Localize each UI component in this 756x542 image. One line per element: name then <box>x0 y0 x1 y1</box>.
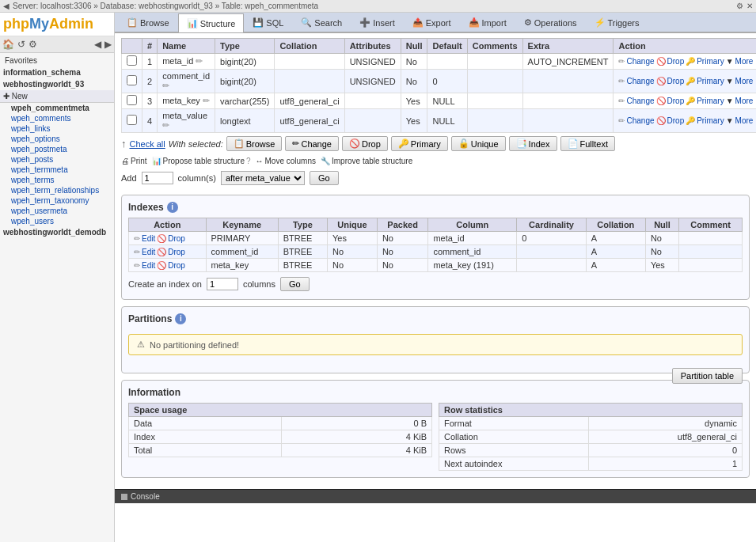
tab-browse[interactable]: 📋 Browse <box>118 13 178 32</box>
logo-admin: Admin <box>49 16 93 32</box>
row-primary-link[interactable]: Primary <box>697 116 724 125</box>
arrow-left-icon[interactable]: ◀ <box>94 39 101 50</box>
improve-structure-link[interactable]: 🔧 Improve table structure <box>321 157 412 165</box>
select-all-arrow[interactable]: ↑ <box>121 138 127 150</box>
print-link[interactable]: 🖨 Print <box>121 157 147 165</box>
sidebar-db-information-schema[interactable]: information_schema <box>0 66 114 78</box>
settings-icon[interactable]: ⚙ <box>736 2 743 10</box>
sidebar-table-wpeh-users[interactable]: wpeh_users <box>0 216 114 226</box>
sql-icon: 💾 <box>253 17 264 28</box>
sidebar-table-wpeh-termmeta[interactable]: wpeh_termmeta <box>0 165 114 175</box>
sidebar-db-webhostingworldt[interactable]: webhostingworldt_93 <box>0 78 114 90</box>
row-num: 2 <box>142 70 158 93</box>
home-icon[interactable]: 🏠 <box>2 39 14 50</box>
sidebar-table-wpeh-options[interactable]: wpeh_options <box>0 134 114 144</box>
bulk-fulltext-btn[interactable]: 📄 Fulltext <box>560 136 615 151</box>
sidebar-new-item[interactable]: ✚ New <box>0 90 114 103</box>
edit-col-icon[interactable]: ✏ <box>203 96 210 105</box>
row-primary-link[interactable]: Primary <box>697 77 724 85</box>
bulk-browse-btn[interactable]: 📋 Browse <box>226 136 283 151</box>
logo-my: My <box>29 16 49 32</box>
row-comments <box>467 93 522 109</box>
triggers-icon: ⚡ <box>595 17 606 28</box>
arrow-right-icon[interactable]: ▶ <box>104 39 112 50</box>
tab-triggers[interactable]: ⚡ Triggers <box>586 13 648 32</box>
row-checkbox[interactable] <box>122 93 142 109</box>
drop-index-link[interactable]: Drop <box>168 261 185 270</box>
row-checkbox[interactable] <box>122 109 142 133</box>
row-primary-link[interactable]: Primary <box>697 97 724 105</box>
sidebar-table-wpeh-term-taxonomy[interactable]: wpeh_term_taxonomy <box>0 195 114 206</box>
row-stats-table: Row statistics Format dynamic Collation <box>439 403 743 471</box>
tab-sql[interactable]: 💾 SQL <box>244 13 292 32</box>
sidebar-table-wpeh-comments[interactable]: wpeh_comments <box>0 113 114 123</box>
row-change-link[interactable]: Change <box>626 97 654 105</box>
bulk-index-btn[interactable]: 📑 Index <box>509 136 557 151</box>
row-more-link[interactable]: More <box>735 97 754 105</box>
sidebar-db-demodb[interactable]: webhostingworldt_demodb <box>0 226 114 238</box>
drop-bulk-icon: 🚫 <box>349 138 360 149</box>
row-change-link[interactable]: Change <box>626 77 654 85</box>
create-index-go-btn[interactable]: Go <box>280 277 310 291</box>
tab-export[interactable]: 📤 Export <box>404 13 460 32</box>
bulk-change-btn[interactable]: ✏ Change <box>285 136 339 151</box>
sidebar-item-favorites[interactable]: Favorites <box>0 55 114 66</box>
row-drop-link[interactable]: Drop <box>667 77 685 85</box>
row-more-link[interactable]: More <box>735 116 754 125</box>
with-selected-label: With selected: <box>169 139 223 149</box>
bulk-unique-btn[interactable]: 🔓 Unique <box>451 136 506 151</box>
bulk-drop-btn[interactable]: 🚫 Drop <box>342 136 388 151</box>
row-actions: ✏ Change 🚫 Drop 🔑 Primary ▼ More <box>614 70 756 93</box>
sidebar-table-wpeh-terms[interactable]: wpeh_terms <box>0 175 114 185</box>
indexes-info-icon[interactable]: i <box>167 202 178 213</box>
edit-col-icon[interactable]: ✏ <box>162 81 169 90</box>
tab-operations[interactable]: ⚙ Operations <box>515 13 586 32</box>
row-primary-link[interactable]: Primary <box>697 57 724 66</box>
edit-col-icon[interactable]: ✏ <box>196 56 203 66</box>
settings-sidebar-icon[interactable]: ⚙ <box>28 39 37 50</box>
row-more-link[interactable]: More <box>735 57 754 66</box>
row-checkbox[interactable] <box>122 54 142 70</box>
partitions-info-icon[interactable]: i <box>175 313 186 324</box>
partition-table-button[interactable]: Partition table <box>672 368 743 384</box>
tab-import[interactable]: 📥 Import <box>460 13 515 32</box>
row-drop-link[interactable]: Drop <box>667 97 685 105</box>
th-action: Action <box>614 39 756 54</box>
tab-search[interactable]: 🔍 Search <box>292 13 351 32</box>
add-column-input[interactable] <box>142 172 173 184</box>
edit-index-link[interactable]: Edit <box>142 234 155 243</box>
move-columns-link[interactable]: ↔ Move columns <box>256 157 316 165</box>
tab-insert[interactable]: ➕ Insert <box>351 13 404 32</box>
drop-icon: 🚫 <box>656 57 666 66</box>
stat-value: dynamic <box>589 417 743 430</box>
sidebar-table-wpeh-term-relationships[interactable]: wpeh_term_relationships <box>0 185 114 195</box>
sidebar-table-wpeh-links[interactable]: wpeh_links <box>0 123 114 134</box>
add-column-go-btn[interactable]: Go <box>310 171 339 185</box>
row-more-link[interactable]: More <box>735 77 754 85</box>
close-icon[interactable]: ✕ <box>747 2 753 10</box>
sidebar-table-wpeh-posts[interactable]: wpeh_posts <box>0 154 114 165</box>
check-all-link[interactable]: Check all <box>130 139 165 149</box>
propose-structure-link[interactable]: 📊 Propose table structure ? <box>152 157 251 165</box>
row-drop-link[interactable]: Drop <box>667 57 685 66</box>
edit-col-icon[interactable]: ✏ <box>162 120 169 130</box>
bulk-primary-btn[interactable]: 🔑 Primary <box>391 136 448 151</box>
sidebar-table-wpeh-commentmeta[interactable]: wpeh_commentmeta <box>0 103 114 113</box>
row-change-icon: ✏ <box>618 97 625 105</box>
refresh-icon[interactable]: ↺ <box>17 39 25 50</box>
edit-index-link[interactable]: Edit <box>142 248 155 256</box>
row-change-link[interactable]: Change <box>626 57 654 66</box>
nav-back-icon[interactable]: ◀ <box>3 2 9 10</box>
drop-index-link[interactable]: Drop <box>168 248 185 256</box>
console-bar[interactable]: Console <box>115 489 756 503</box>
row-change-link[interactable]: Change <box>626 116 654 125</box>
edit-index-link[interactable]: Edit <box>142 261 155 270</box>
sidebar-table-wpeh-postmeta[interactable]: wpeh_postmeta <box>0 144 114 154</box>
row-drop-link[interactable]: Drop <box>667 116 685 125</box>
row-checkbox[interactable] <box>122 70 142 93</box>
sidebar-table-wpeh-usermeta[interactable]: wpeh_usermeta <box>0 206 114 216</box>
tab-structure[interactable]: 📊 Structure <box>178 13 245 32</box>
drop-index-link[interactable]: Drop <box>168 234 185 243</box>
create-index-input[interactable] <box>207 278 238 290</box>
after-column-select[interactable]: after meta_value <box>221 171 305 185</box>
